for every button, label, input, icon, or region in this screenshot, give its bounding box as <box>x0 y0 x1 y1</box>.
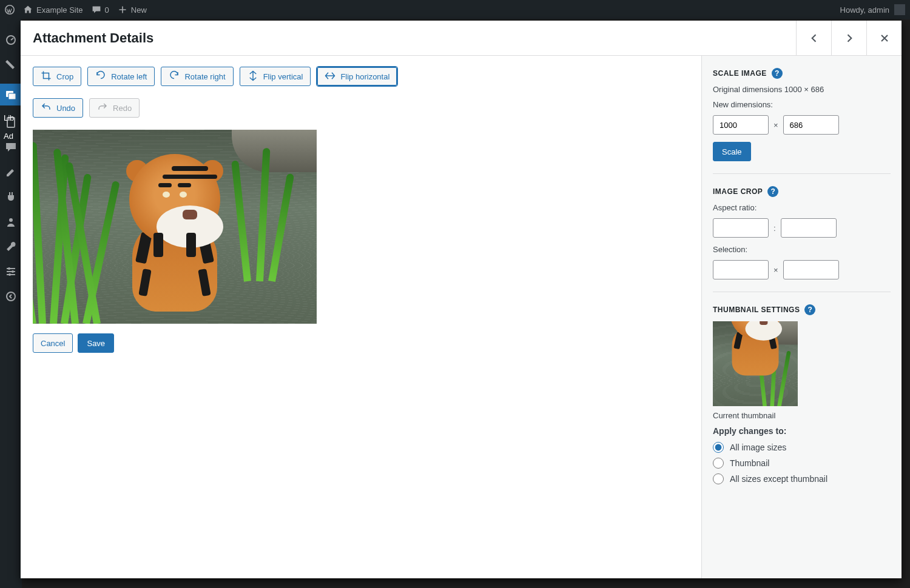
editor-pane: Crop Rotate left Rotate right Flip verti… <box>21 56 701 578</box>
crop-button[interactable]: Crop <box>33 67 81 86</box>
save-button[interactable]: Save <box>78 333 114 353</box>
admin-sidebar <box>0 19 22 588</box>
redo-label: Redo <box>113 104 132 113</box>
cancel-button[interactable]: Cancel <box>33 333 73 353</box>
svg-point-0 <box>5 5 14 14</box>
modal-header: Attachment Details <box>21 21 902 56</box>
radio-except-thumbnail[interactable]: All sizes except thumbnail <box>713 473 891 484</box>
users-icon[interactable] <box>5 216 17 230</box>
radio-all-sizes-input[interactable] <box>713 442 724 453</box>
flip-vertical-icon <box>248 70 258 83</box>
rotate-left-button[interactable]: Rotate left <box>87 67 155 86</box>
svg-point-12 <box>7 292 15 301</box>
rotate-left-label: Rotate left <box>111 72 147 81</box>
admin-bar: Example Site 0 New Howdy, admin <box>0 0 910 19</box>
radio-thumbnail[interactable]: Thumbnail <box>713 458 891 469</box>
comments-count: 0 <box>105 5 109 15</box>
flip-horizontal-button[interactable]: Flip horizontal <box>317 67 397 86</box>
current-thumbnail-label: Current thumbnail <box>713 411 891 420</box>
selection-label: Selection: <box>713 245 891 254</box>
attachment-details-modal: Attachment Details Crop Rotate left R <box>21 21 902 578</box>
svg-point-10 <box>12 270 14 273</box>
scale-width-input[interactable] <box>713 115 769 135</box>
radio-thumbnail-input[interactable] <box>713 458 724 469</box>
rotate-right-label: Rotate right <box>184 72 225 81</box>
settings-icon[interactable] <box>5 266 17 279</box>
plugins-icon[interactable] <box>5 191 17 205</box>
modal-title: Attachment Details <box>33 30 153 46</box>
svg-point-5 <box>9 218 13 222</box>
svg-rect-3 <box>8 93 16 99</box>
undo-button[interactable]: Undo <box>33 98 83 118</box>
image-preview[interactable] <box>33 130 317 324</box>
help-icon[interactable]: ? <box>767 186 778 197</box>
help-icon[interactable]: ? <box>804 304 815 315</box>
selection-height-input[interactable] <box>783 260 839 279</box>
radio-all-sizes[interactable]: All image sizes <box>713 442 891 453</box>
close-modal-button[interactable] <box>866 21 902 55</box>
site-link[interactable]: Example Site <box>23 5 83 15</box>
new-dimensions-label: New dimensions: <box>713 100 891 109</box>
crop-icon <box>41 70 52 83</box>
flip-vertical-label: Flip vertical <box>263 72 303 81</box>
next-attachment-button[interactable] <box>831 21 866 55</box>
rotate-right-icon <box>169 70 180 83</box>
apply-changes-label: Apply changes to: <box>713 426 891 436</box>
dashboard-icon[interactable] <box>5 34 17 48</box>
rotate-right-button[interactable]: Rotate right <box>161 67 233 86</box>
times-separator: × <box>774 121 778 130</box>
save-label: Save <box>87 339 105 348</box>
help-icon[interactable]: ? <box>772 68 783 79</box>
posts-icon[interactable] <box>5 59 17 73</box>
flip-horizontal-label: Flip horizontal <box>340 72 389 81</box>
scale-button[interactable]: Scale <box>713 142 751 161</box>
image-edit-toolbar: Crop Rotate left Rotate right Flip verti… <box>33 67 689 118</box>
scale-height-input[interactable] <box>783 115 839 135</box>
svg-point-11 <box>8 273 11 276</box>
colon-separator: : <box>774 224 776 233</box>
undo-label: Undo <box>56 104 75 113</box>
thumbnail-preview <box>713 321 798 406</box>
radio-except-thumbnail-input[interactable] <box>713 473 724 484</box>
new-link[interactable]: New <box>118 5 147 15</box>
flip-horizontal-icon <box>325 70 335 83</box>
times-separator: × <box>774 266 778 275</box>
thumbnail-heading: THUMBNAIL SETTINGS ? <box>713 304 891 315</box>
media-icon[interactable] <box>0 84 22 105</box>
prev-attachment-button[interactable] <box>796 21 831 55</box>
wp-logo[interactable] <box>5 5 15 15</box>
original-dimensions: Original dimensions 1000 × 686 <box>713 85 891 94</box>
rotate-left-icon <box>95 70 106 83</box>
flip-vertical-button[interactable]: Flip vertical <box>240 67 311 86</box>
cancel-label: Cancel <box>41 339 65 348</box>
svg-point-9 <box>8 267 10 270</box>
undo-icon <box>41 102 52 115</box>
aspect-height-input[interactable] <box>781 218 837 238</box>
howdy-text[interactable]: Howdy, admin <box>840 5 889 15</box>
comments-link[interactable]: 0 <box>92 5 109 15</box>
settings-sidebar: SCALE IMAGE ? Original dimensions 1000 ×… <box>701 56 902 578</box>
crop-label: Crop <box>56 72 73 81</box>
avatar[interactable] <box>894 4 905 15</box>
aspect-ratio-label: Aspect ratio: <box>713 203 891 212</box>
aspect-width-input[interactable] <box>713 218 769 238</box>
site-name: Example Site <box>36 5 83 15</box>
redo-icon <box>97 102 108 115</box>
new-label: New <box>131 5 147 15</box>
sidebar-peek: Lib Ad <box>4 109 14 145</box>
redo-button: Redo <box>89 98 140 118</box>
crop-heading: IMAGE CROP ? <box>713 186 891 197</box>
selection-width-input[interactable] <box>713 260 769 279</box>
scale-heading: SCALE IMAGE ? <box>713 68 891 79</box>
collapse-icon[interactable] <box>5 290 17 304</box>
appearance-icon[interactable] <box>5 166 17 180</box>
tools-icon[interactable] <box>5 241 17 255</box>
